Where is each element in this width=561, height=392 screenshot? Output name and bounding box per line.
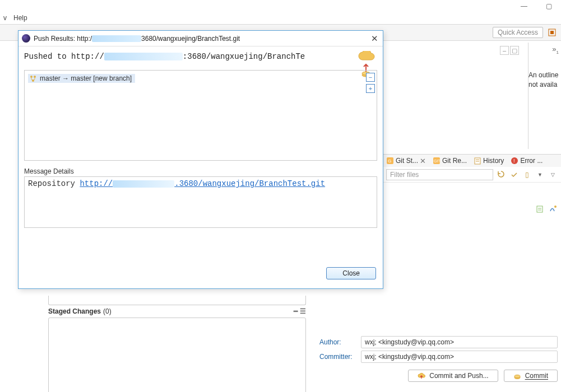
- dialog-button-bar: Close: [18, 258, 383, 288]
- push-results-dialog: Push Results: http:/3680/wangxuejing/Bra…: [18, 30, 383, 289]
- svg-rect-11: [537, 206, 543, 212]
- unstaged-box-edge: [48, 296, 306, 305]
- branch-result-row[interactable]: master → master [new branch]: [28, 74, 135, 83]
- svg-text:G: G: [388, 158, 391, 164]
- svg-text:GIT: GIT: [434, 159, 441, 163]
- outline-empty-message: An outline not availa: [528, 71, 560, 90]
- commit-author-section: Author: wxj; <kingstudy@vip.qq.com> Comm…: [319, 335, 558, 382]
- staging-filter-bar: Filter files ▯ ▼ ▽: [383, 167, 561, 183]
- amend-icon[interactable]: [535, 204, 545, 213]
- author-label: Author:: [319, 338, 358, 346]
- redacted-host: [92, 35, 141, 42]
- details-prefix: Repository: [28, 179, 80, 188]
- message-details-box[interactable]: Repository http://.3680/wangxuejing/Bran…: [24, 176, 377, 228]
- dropdown-icon[interactable]: ▼: [535, 170, 545, 179]
- staged-changes-label: Staged Changes: [48, 307, 101, 315]
- staged-changes-section: Staged Changes (0) ━ ☰: [48, 296, 306, 392]
- dialog-header: Pushed to http://:3680/wangxuejing/Branc…: [18, 46, 383, 66]
- redacted-host: [113, 180, 174, 188]
- signoff-icon[interactable]: [548, 204, 558, 213]
- tab-error-log[interactable]: ! Error ...: [507, 157, 546, 165]
- staged-changes-header[interactable]: Staged Changes (0) ━ ☰: [48, 305, 306, 318]
- dialog-close-button[interactable]: ✕: [369, 34, 379, 44]
- dialog-titlebar[interactable]: Push Results: http:/3680/wangxuejing/Bra…: [18, 31, 383, 46]
- error-icon: !: [511, 157, 518, 165]
- push-summary-text: Pushed to http://:3680/wangxuejing/Branc…: [24, 52, 305, 61]
- outline-pane: »1: [528, 43, 561, 149]
- git-repo-icon: GIT: [433, 157, 441, 165]
- maximize-button[interactable]: ▢: [536, 0, 561, 12]
- unstage-icon[interactable]: ━: [294, 307, 298, 315]
- svg-point-12: [554, 206, 557, 208]
- history-icon: [474, 157, 481, 165]
- git-stage-icon: G: [386, 157, 394, 165]
- expand-all-icon[interactable]: +: [366, 84, 375, 93]
- push-cloud-icon: [418, 372, 426, 380]
- repository-link[interactable]: http://.3680/wangxuejing/BranchTest.git: [80, 179, 325, 188]
- dialog-title: Push Results: http:/3680/wangxuejing/Bra…: [34, 35, 240, 43]
- filter-files-input[interactable]: Filter files: [386, 169, 493, 180]
- window-controls: — ▢: [512, 0, 561, 12]
- link-icon[interactable]: [509, 170, 519, 179]
- tab-git-staging[interactable]: G Git St... ✕: [383, 157, 429, 165]
- dialog-close-action-button[interactable]: Close: [326, 267, 376, 279]
- commit-toolbar: [383, 204, 558, 215]
- push-branches-list[interactable]: master → master [new branch] − +: [24, 70, 377, 161]
- message-details-label: Message Details: [24, 167, 377, 175]
- committer-input[interactable]: wxj; <kingstudy@vip.qq.com>: [361, 351, 558, 363]
- view-menu-icon[interactable]: ▽: [548, 170, 558, 179]
- editor-minimize-button[interactable]: –: [500, 46, 509, 55]
- svg-rect-1: [550, 31, 554, 34]
- commit-and-push-button[interactable]: Commit and Push...: [408, 370, 498, 382]
- collapse-all-icon[interactable]: −: [366, 73, 375, 82]
- refresh-icon[interactable]: [497, 170, 506, 179]
- commit-button[interactable]: Commit: [504, 370, 558, 382]
- minimize-button[interactable]: —: [512, 0, 536, 12]
- svg-point-18: [34, 76, 36, 78]
- menu-item-v[interactable]: v: [0, 14, 10, 22]
- commit-icon: [513, 372, 522, 380]
- menu-item-help[interactable]: Help: [10, 14, 31, 22]
- close-icon[interactable]: ✕: [420, 157, 426, 165]
- staged-changes-list[interactable]: [48, 318, 306, 392]
- perspective-icon[interactable]: [546, 27, 558, 38]
- eclipse-icon: [22, 34, 30, 43]
- tab-history[interactable]: History: [470, 157, 507, 165]
- main-menu: v Help: [0, 12, 31, 24]
- svg-point-17: [30, 76, 33, 78]
- column-icon[interactable]: ▯: [522, 170, 532, 179]
- redacted-host: [104, 53, 183, 60]
- committer-label: Committer:: [319, 353, 358, 361]
- editor-controls: – ▢: [500, 46, 519, 55]
- views-tabstrip: G Git St... ✕ GIT Git Re... History ! Er…: [383, 154, 561, 167]
- outline-expand-chevron[interactable]: »1: [552, 45, 559, 55]
- staged-changes-count: (0): [103, 307, 112, 315]
- editor-maximize-button[interactable]: ▢: [510, 46, 519, 55]
- branch-icon: [29, 74, 37, 82]
- tab-git-repositories[interactable]: GIT Git Re...: [429, 157, 470, 165]
- svg-text:!: !: [513, 158, 515, 164]
- author-input[interactable]: wxj; <kingstudy@vip.qq.com>: [361, 336, 558, 348]
- quick-access-field[interactable]: Quick Access: [493, 27, 543, 38]
- unstage-all-icon[interactable]: ☰: [300, 307, 306, 315]
- svg-point-14: [514, 375, 520, 377]
